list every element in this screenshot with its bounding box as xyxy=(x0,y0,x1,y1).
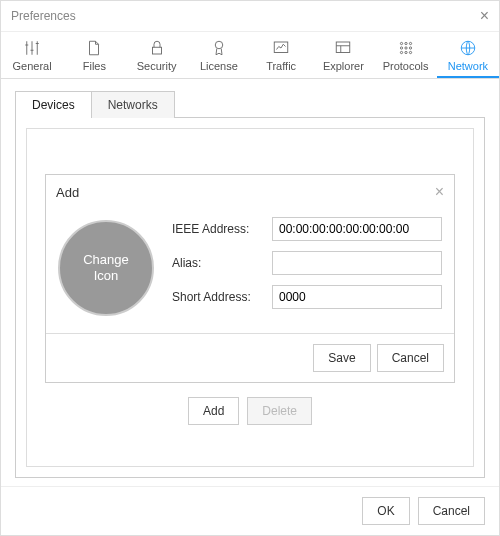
layout-icon xyxy=(314,38,372,58)
award-icon xyxy=(190,38,248,58)
cancel-button[interactable]: Cancel xyxy=(418,497,485,525)
svg-point-7 xyxy=(400,47,402,49)
svg-point-4 xyxy=(400,42,402,44)
close-icon[interactable]: × xyxy=(435,183,444,201)
svg-point-11 xyxy=(405,51,407,53)
devices-inner: Add × Change Icon IEEE Address: Alias: xyxy=(26,128,474,467)
add-device-card: Add × Change Icon IEEE Address: Alias: xyxy=(45,174,455,383)
svg-point-9 xyxy=(409,47,411,49)
tab-license[interactable]: License xyxy=(188,32,250,78)
svg-point-6 xyxy=(409,42,411,44)
devices-panel: Add × Change Icon IEEE Address: Alias: xyxy=(15,117,485,478)
row-short: Short Address: xyxy=(172,285,442,309)
add-cancel-button[interactable]: Cancel xyxy=(377,344,444,372)
add-fields: IEEE Address: Alias: Short Address: xyxy=(172,217,442,319)
tab-label: Protocols xyxy=(383,60,429,72)
dialog-footer: OK Cancel xyxy=(1,486,499,535)
short-address-label: Short Address: xyxy=(172,290,272,304)
globe-icon xyxy=(439,38,497,58)
panel-bottom-buttons: Add Delete xyxy=(45,383,455,429)
subtab-networks[interactable]: Networks xyxy=(91,91,175,118)
svg-point-1 xyxy=(215,41,223,49)
window-title: Preferences xyxy=(11,9,76,23)
change-icon-button[interactable]: Change Icon xyxy=(58,220,154,316)
svg-rect-3 xyxy=(337,42,351,53)
svg-point-12 xyxy=(409,51,411,53)
sliders-icon xyxy=(3,38,61,58)
tab-protocols[interactable]: Protocols xyxy=(375,32,437,78)
svg-point-5 xyxy=(405,42,407,44)
row-ieee: IEEE Address: xyxy=(172,217,442,241)
tab-security[interactable]: Security xyxy=(126,32,188,78)
alias-label: Alias: xyxy=(172,256,272,270)
tab-label: License xyxy=(200,60,238,72)
close-icon[interactable]: × xyxy=(480,7,489,25)
delete-button: Delete xyxy=(247,397,312,425)
tab-network[interactable]: Network xyxy=(437,32,499,78)
sub-tabs: Devices Networks xyxy=(15,91,485,118)
tab-general[interactable]: General xyxy=(1,32,63,78)
add-card-title: Add xyxy=(56,185,79,200)
tab-label: Explorer xyxy=(323,60,364,72)
panel-area: Devices Networks Add × Change Icon IEEE … xyxy=(1,79,499,486)
chart-icon xyxy=(252,38,310,58)
ieee-label: IEEE Address: xyxy=(172,222,272,236)
svg-point-8 xyxy=(405,47,407,49)
tab-label: Traffic xyxy=(266,60,296,72)
short-address-input[interactable] xyxy=(272,285,442,309)
tab-traffic[interactable]: Traffic xyxy=(250,32,312,78)
add-card-body: Change Icon IEEE Address: Alias: xyxy=(46,209,454,333)
svg-rect-0 xyxy=(152,47,161,54)
tab-label: Security xyxy=(137,60,177,72)
ieee-address-input[interactable] xyxy=(272,217,442,241)
file-icon xyxy=(65,38,123,58)
alias-input[interactable] xyxy=(272,251,442,275)
tab-label: General xyxy=(13,60,52,72)
ok-button[interactable]: OK xyxy=(362,497,409,525)
subtab-devices[interactable]: Devices xyxy=(15,91,92,118)
main-tabs: General Files Security License Traffic E… xyxy=(1,32,499,79)
lock-icon xyxy=(128,38,186,58)
preferences-dialog: Preferences × General Files Security Lic… xyxy=(0,0,500,536)
titlebar: Preferences × xyxy=(1,1,499,32)
grid-icon xyxy=(377,38,435,58)
tab-files[interactable]: Files xyxy=(63,32,125,78)
add-card-header: Add × xyxy=(46,175,454,209)
add-button[interactable]: Add xyxy=(188,397,239,425)
tab-label: Network xyxy=(448,60,488,72)
row-alias: Alias: xyxy=(172,251,442,275)
add-card-footer: Save Cancel xyxy=(46,333,454,382)
tab-explorer[interactable]: Explorer xyxy=(312,32,374,78)
tab-label: Files xyxy=(83,60,106,72)
svg-point-10 xyxy=(400,51,402,53)
save-button[interactable]: Save xyxy=(313,344,370,372)
